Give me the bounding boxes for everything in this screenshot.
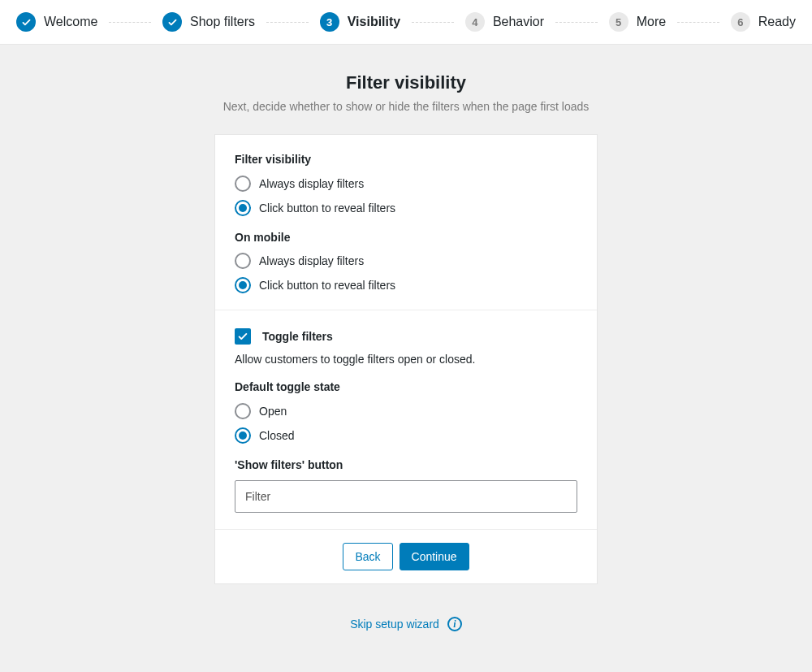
field-heading-show-filters-button: 'Show filters' button <box>235 458 577 471</box>
radio-icon <box>235 403 251 419</box>
field-heading-default-toggle: Default toggle state <box>235 380 577 393</box>
step-shop-filters[interactable]: Shop filters <box>162 12 255 32</box>
radio-mobile-click-to-reveal[interactable]: Click button to reveal filters <box>235 277 577 293</box>
step-label: Ready <box>758 15 796 29</box>
step-welcome[interactable]: Welcome <box>16 12 97 32</box>
check-icon <box>16 12 36 32</box>
wizard-stepper: Welcome Shop filters 3 Visibility 4 Beha… <box>0 0 812 45</box>
radio-label: Click button to reveal filters <box>259 202 395 215</box>
radio-icon <box>235 277 251 293</box>
field-heading-on-mobile: On mobile <box>235 231 577 244</box>
page-body: Filter visibility Next, decide whether t… <box>0 45 812 631</box>
step-number-badge: 4 <box>465 12 485 32</box>
radio-label: Click button to reveal filters <box>259 279 395 292</box>
step-separator <box>109 22 151 23</box>
radio-label: Open <box>259 405 287 418</box>
step-separator <box>266 22 309 23</box>
step-number-badge: 6 <box>731 12 750 32</box>
page-subtitle: Next, decide whether to show or hide the… <box>223 100 590 113</box>
toggle-description: Allow customers to toggle filters open o… <box>235 353 577 366</box>
radio-mobile-always-display[interactable]: Always display filters <box>235 253 577 269</box>
step-number-badge: 5 <box>609 12 628 32</box>
radio-icon <box>235 427 251 444</box>
page-title: Filter visibility <box>346 72 466 93</box>
radio-default-closed[interactable]: Closed <box>235 427 577 444</box>
show-filters-button-input[interactable] <box>235 480 577 513</box>
step-separator <box>677 22 719 23</box>
info-icon[interactable]: i <box>447 617 462 631</box>
radio-icon <box>235 253 251 269</box>
step-behavior[interactable]: 4 Behavior <box>465 12 544 32</box>
section-toggle-filters: Toggle filters Allow customers to toggle… <box>215 310 597 529</box>
step-label: Welcome <box>44 15 97 29</box>
radio-label: Closed <box>259 429 295 442</box>
step-visibility[interactable]: 3 Visibility <box>320 12 401 32</box>
settings-card: Filter visibility Always display filters… <box>214 134 598 584</box>
radio-default-open[interactable]: Open <box>235 403 577 419</box>
radio-click-to-reveal[interactable]: Click button to reveal filters <box>235 200 577 216</box>
field-heading-filter-visibility: Filter visibility <box>235 153 577 166</box>
skip-setup-link[interactable]: Skip setup wizard <box>350 618 439 631</box>
section-filter-visibility: Filter visibility Always display filters… <box>215 135 597 310</box>
step-separator <box>555 22 598 23</box>
radio-icon <box>235 176 251 192</box>
step-label: More <box>637 15 666 29</box>
step-label: Behavior <box>493 15 544 29</box>
card-footer: Back Continue <box>215 529 597 583</box>
check-icon <box>162 12 182 32</box>
step-separator <box>412 22 454 23</box>
radio-label: Always display filters <box>259 254 364 267</box>
checkbox-toggle-filters[interactable]: Toggle filters <box>235 328 577 345</box>
radio-icon <box>235 200 251 216</box>
step-label: Shop filters <box>190 15 255 29</box>
step-more[interactable]: 5 More <box>609 12 666 32</box>
step-ready[interactable]: 6 Ready <box>731 12 796 32</box>
step-number-badge: 3 <box>320 12 339 32</box>
checkbox-label: Toggle filters <box>262 330 333 343</box>
continue-button[interactable]: Continue <box>400 543 469 570</box>
radio-always-display[interactable]: Always display filters <box>235 176 577 192</box>
radio-label: Always display filters <box>259 177 364 190</box>
step-label: Visibility <box>348 15 401 29</box>
check-icon <box>235 328 251 345</box>
skip-row: Skip setup wizard i <box>350 617 462 631</box>
back-button[interactable]: Back <box>343 543 392 570</box>
